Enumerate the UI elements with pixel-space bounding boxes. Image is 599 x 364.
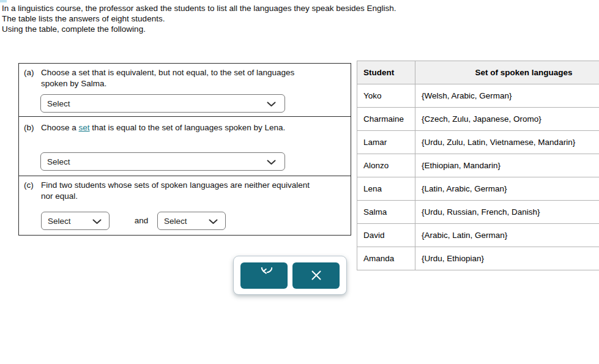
- student-name: David: [357, 224, 415, 247]
- table-row: Amanda {Urdu, Ethiopian}: [357, 247, 599, 270]
- question-a-text: Choose a set that is equivalent, but not…: [41, 67, 310, 89]
- question-b-label: (b): [24, 122, 41, 133]
- table-row: Charmaine {Czech, Zulu, Japanese, Oromo}: [357, 108, 599, 131]
- question-a-label: (a): [24, 67, 41, 89]
- language-set: {Arabic, Latin, German}: [415, 224, 599, 247]
- question-b-text-before: Choose a: [41, 123, 79, 132]
- student-name: Yoko: [357, 84, 415, 108]
- and-label: and: [123, 212, 160, 230]
- student-name: Amanda: [357, 247, 415, 270]
- table-row: Lena {Latin, Arabic, German}: [357, 177, 599, 201]
- table-row: David {Arabic, Latin, German}: [357, 224, 599, 247]
- answer-panel: (a) Choose a set that is equivalent, but…: [18, 63, 351, 236]
- intro-line-1: In a linguistics course, the professor a…: [2, 3, 396, 13]
- language-set: {Latin, Arabic, German}: [415, 177, 599, 201]
- student-name: Salma: [357, 201, 415, 224]
- close-button[interactable]: [292, 262, 340, 289]
- column-header-set: Set of spoken languages: [415, 61, 599, 84]
- column-header-student: Student: [357, 61, 415, 84]
- question-c-select-1[interactable]: Select: [41, 212, 110, 230]
- undo-circular-arrow-icon: [256, 267, 272, 284]
- table-row: Yoko {Welsh, Arabic, German}: [357, 84, 599, 108]
- cut-off-ui-sliver: [0, 0, 7, 2]
- language-set: {Czech, Zulu, Japanese, Oromo}: [415, 108, 599, 131]
- language-set: {Urdu, Ethiopian}: [415, 247, 599, 270]
- table-row: Alonzo {Ethiopian, Mandarin}: [357, 154, 599, 177]
- set-definition-link[interactable]: set: [79, 123, 90, 132]
- question-c-select-2[interactable]: Select: [157, 212, 226, 230]
- question-c-select-2-value: Select: [164, 217, 187, 226]
- chevron-down-icon: [209, 219, 218, 225]
- chevron-down-icon: [267, 102, 276, 107]
- x-mark-icon: [309, 268, 324, 283]
- intro-line-3: Using the table, complete the following.: [2, 24, 396, 34]
- question-a-section: (a) Choose a set that is equivalent, but…: [19, 64, 351, 117]
- question-b-select[interactable]: Select: [40, 152, 285, 171]
- intro-line-2: The table lists the answers of eight stu…: [2, 13, 396, 24]
- question-a-select-value: Select: [47, 99, 70, 108]
- question-c-select-1-value: Select: [48, 217, 71, 226]
- language-set: {Urdu, Zulu, Latin, Vietnamese, Mandarin…: [415, 131, 599, 154]
- table-header-row: Student Set of spoken languages: [357, 61, 599, 84]
- language-set: {Welsh, Arabic, German}: [415, 84, 599, 108]
- languages-table: Student Set of spoken languages Yoko {We…: [357, 61, 599, 270]
- language-set: {Ethiopian, Mandarin}: [415, 154, 599, 177]
- question-b-text: Choose a set that is equal to the set of…: [41, 122, 346, 133]
- chevron-down-icon: [267, 160, 276, 165]
- student-name: Lamar: [357, 131, 415, 154]
- table-row: Salma {Urdu, Russian, French, Danish}: [357, 201, 599, 224]
- problem-statement: In a linguistics course, the professor a…: [2, 3, 396, 34]
- student-name: Charmaine: [357, 108, 415, 131]
- question-c-section: (c) Find two students whose sets of spok…: [19, 176, 351, 236]
- undo-button[interactable]: [240, 262, 288, 289]
- table-row: Lamar {Urdu, Zulu, Latin, Vietnamese, Ma…: [357, 131, 599, 154]
- answer-toolbar: [233, 256, 347, 295]
- student-name: Alonzo: [357, 154, 415, 177]
- question-c-text: Find two students whose sets of spoken l…: [41, 180, 310, 202]
- student-name: Lena: [357, 177, 415, 201]
- chevron-down-icon: [92, 219, 102, 225]
- question-b-text-after: that is equal to the set of languages sp…: [90, 123, 286, 132]
- question-b-select-value: Select: [47, 157, 70, 166]
- question-c-label: (c): [24, 180, 41, 202]
- question-b-section: (b) Choose a set that is equal to the se…: [19, 117, 351, 176]
- question-a-select[interactable]: Select: [40, 94, 285, 113]
- language-set: {Urdu, Russian, French, Danish}: [415, 201, 599, 224]
